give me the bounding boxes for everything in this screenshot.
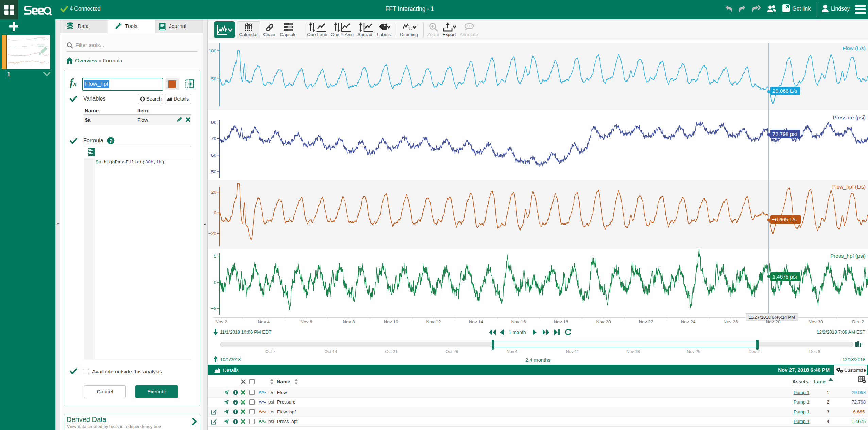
svg-text:80: 80 [211,120,216,125]
svg-text:Nov 14: Nov 14 [469,319,483,324]
svg-text:Nov 4: Nov 4 [258,319,270,324]
svg-text:−5: −5 [211,306,216,311]
svg-text:50: 50 [211,169,216,174]
svg-text:70: 70 [211,136,216,141]
svg-text:11/27/2018 6:46:14 PM: 11/27/2018 6:46:14 PM [749,315,795,320]
svg-text:20: 20 [211,190,216,195]
svg-text:Nov 30: Nov 30 [809,319,823,324]
svg-text:100: 100 [208,48,216,53]
svg-text:0: 0 [214,280,216,285]
svg-text:Flow (L/s): Flow (L/s) [843,45,866,51]
svg-text:1.4675 psi: 1.4675 psi [772,274,797,280]
svg-text:Press_hpf (psi): Press_hpf (psi) [830,253,866,259]
svg-text:Dec 2: Dec 2 [852,319,864,324]
svg-text:Nov 28: Nov 28 [766,319,781,324]
svg-text:Nov 26: Nov 26 [724,319,738,324]
svg-text:Nov 24: Nov 24 [681,319,696,324]
svg-text:−20: −20 [208,231,216,236]
svg-text:Nov 6: Nov 6 [300,319,312,324]
svg-text:Nov 12: Nov 12 [426,319,441,324]
svg-text:Nov 18: Nov 18 [554,319,568,324]
svg-text:Nov 8: Nov 8 [343,319,355,324]
svg-text:Flow_hpf (L/s): Flow_hpf (L/s) [832,184,866,190]
svg-text:50: 50 [211,76,216,82]
svg-text:−6.665 L/s: −6.665 L/s [772,217,797,222]
svg-text:Nov 16: Nov 16 [511,319,526,324]
svg-text:?: ? [109,138,112,144]
svg-text:Pressure (psi): Pressure (psi) [833,114,866,120]
svg-text:Nov 10: Nov 10 [384,319,398,324]
svg-text:60: 60 [211,153,216,158]
svg-text:Nov 20: Nov 20 [596,319,611,324]
svg-text:29.068 L/s: 29.068 L/s [772,88,797,94]
svg-text:Nov 22: Nov 22 [639,319,653,324]
svg-text:72.798 psi: 72.798 psi [772,131,797,137]
svg-text:0: 0 [214,210,216,215]
svg-text:Nov 2: Nov 2 [215,319,227,324]
svg-text:5: 5 [214,254,216,259]
